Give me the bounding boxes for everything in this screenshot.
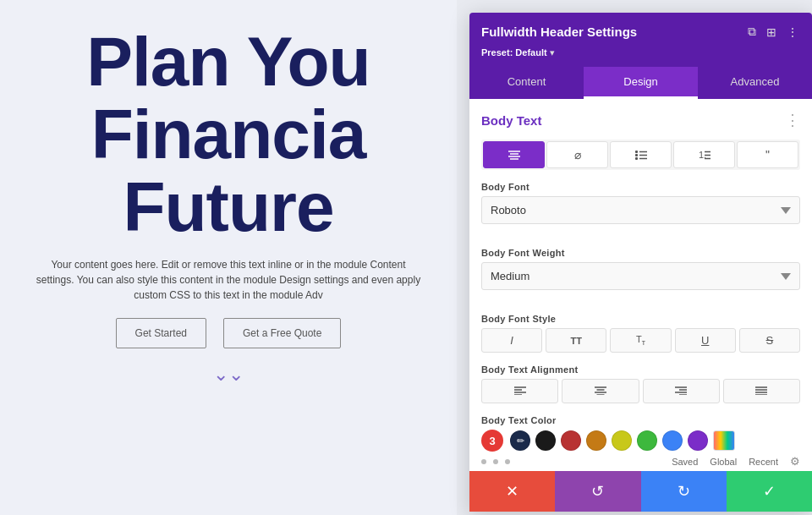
- redo-button[interactable]: ↻: [641, 471, 727, 512]
- section-title: Body Text: [481, 113, 541, 128]
- panel-icon-copy[interactable]: ⧉: [746, 23, 758, 41]
- body-text-align-label: Body Text Alignment: [481, 364, 800, 375]
- color-swatch-row: 3: [481, 430, 800, 452]
- footer-dot-1: [481, 459, 486, 464]
- panel-footer-area: Saved Global Recent ⚙: [469, 452, 812, 471]
- color-swatch-green[interactable]: [637, 430, 657, 451]
- align-justify[interactable]: [723, 379, 800, 403]
- color-swatch-red[interactable]: [561, 430, 581, 451]
- footer-labels: Saved Global Recent ⚙: [672, 455, 800, 468]
- toolbar-btn-slash[interactable]: ⌀: [546, 141, 608, 168]
- gear-icon[interactable]: ⚙: [790, 455, 800, 468]
- toolbar-btn-list1[interactable]: [610, 141, 672, 168]
- color-swatch-blue[interactable]: [662, 430, 683, 451]
- panel-icon-more[interactable]: ⋮: [785, 24, 800, 41]
- preview-btn-quote[interactable]: Get a Free Quote: [223, 318, 341, 348]
- body-font-style-label: Body Font Style: [481, 314, 800, 324]
- svg-rect-8: [635, 157, 638, 160]
- footer-saved[interactable]: Saved: [672, 457, 698, 467]
- align-right[interactable]: [643, 379, 720, 403]
- preview-area: Plan YouFinanciaFuture Your content goes…: [0, 0, 457, 515]
- section-menu-button[interactable]: ⋮: [785, 111, 800, 129]
- footer-global[interactable]: Global: [710, 457, 737, 467]
- tab-advanced[interactable]: Advanced: [698, 67, 812, 99]
- svg-rect-4: [635, 151, 638, 153]
- align-center-text[interactable]: [562, 379, 639, 403]
- panel-footer-dots: [481, 459, 510, 464]
- body-font-group: Body Font Roboto: [481, 182, 800, 236]
- footer-recent[interactable]: Recent: [749, 457, 778, 467]
- body-text-align-group: Body Text Alignment: [481, 364, 800, 403]
- preview-btn-started[interactable]: Get Started: [116, 318, 206, 348]
- body-text-color-label: Body Text Color: [481, 415, 800, 425]
- font-style-smallcaps[interactable]: Tт: [610, 328, 671, 353]
- body-font-weight-group: Body Font Weight Medium: [481, 248, 800, 302]
- align-row: [481, 379, 800, 403]
- panel-preset[interactable]: Preset: Default ▾: [481, 47, 800, 67]
- align-left[interactable]: [481, 379, 558, 403]
- panel-header-top: Fullwidth Header Settings ⧉ ⊞ ⋮: [481, 23, 800, 47]
- panel-title: Fullwidth Header Settings: [481, 25, 637, 39]
- color-picker-btn[interactable]: [510, 430, 530, 451]
- section-header: Body Text ⋮: [481, 111, 800, 129]
- body-font-style-group: Body Font Style I TT Tт U S: [481, 314, 800, 353]
- body-font-weight-select[interactable]: Medium: [481, 262, 800, 290]
- preview-buttons: Get Started Get a Free Quote: [116, 318, 342, 348]
- toolbar-btn-quote[interactable]: ": [737, 141, 798, 168]
- action-bar: ✕ ↺ ↻ ✓: [469, 471, 812, 512]
- tab-design[interactable]: Design: [584, 67, 698, 99]
- panel-header-icons: ⧉ ⊞ ⋮: [746, 23, 800, 41]
- font-style-row: I TT Tт U S: [481, 328, 800, 353]
- svg-rect-6: [635, 154, 638, 156]
- step-badge-3: 3: [481, 430, 503, 452]
- color-swatch-black[interactable]: [535, 430, 556, 451]
- toolbar-btn-align-center[interactable]: [483, 141, 545, 168]
- panel-icon-grid[interactable]: ⊞: [765, 24, 778, 41]
- color-swatch-yellow[interactable]: [612, 430, 632, 451]
- settings-panel: Fullwidth Header Settings ⧉ ⊞ ⋮ Preset: …: [469, 13, 812, 512]
- color-swatch-purple[interactable]: [688, 430, 708, 451]
- body-text-color-group: Body Text Color 3: [481, 415, 800, 452]
- panel-header: Fullwidth Header Settings ⧉ ⊞ ⋮ Preset: …: [469, 13, 812, 67]
- panel-tabs: Content Design Advanced: [469, 67, 812, 99]
- cancel-button[interactable]: ✕: [469, 471, 555, 512]
- font-style-underline[interactable]: U: [675, 328, 736, 353]
- preview-headline: Plan YouFinanciaFuture: [86, 0, 370, 244]
- preview-chevron: ⌄⌄: [213, 364, 244, 386]
- body-font-label: Body Font: [481, 182, 800, 192]
- panel-body: Body Text ⋮ ⌀ 1. " Body Font Roboto: [469, 99, 812, 452]
- color-swatch-gradient[interactable]: [713, 430, 735, 451]
- preview-body-text: Your content goes here. Edit or remove t…: [25, 257, 431, 303]
- font-style-caps[interactable]: TT: [546, 328, 606, 353]
- footer-dot-3: [505, 459, 510, 464]
- toolbar-btn-list2[interactable]: 1.: [673, 141, 735, 168]
- tab-content[interactable]: Content: [469, 67, 584, 99]
- body-font-weight-label: Body Font Weight: [481, 248, 800, 258]
- reset-button[interactable]: ↺: [555, 471, 640, 512]
- font-style-italic[interactable]: I: [481, 328, 542, 353]
- color-swatch-orange[interactable]: [586, 430, 606, 451]
- footer-dot-2: [493, 459, 498, 464]
- save-button[interactable]: ✓: [727, 471, 812, 512]
- font-style-strikethrough[interactable]: S: [739, 328, 800, 353]
- body-font-select[interactable]: Roboto: [481, 196, 800, 224]
- text-style-toolbar: ⌀ 1. ": [481, 140, 800, 170]
